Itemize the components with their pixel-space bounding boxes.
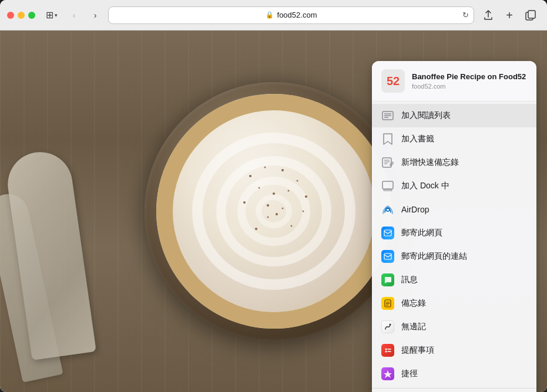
- svg-point-11: [258, 187, 260, 189]
- quick-note-icon: [381, 156, 394, 169]
- close-button[interactable]: [7, 12, 14, 19]
- svg-point-41: [385, 349, 387, 350]
- svg-point-42: [385, 351, 387, 353]
- sidebar-chevron-icon: ▾: [55, 12, 58, 18]
- menu-item-reading-list[interactable]: 加入閱讀列表: [372, 104, 536, 127]
- maximize-button[interactable]: [28, 12, 35, 19]
- svg-rect-34: [384, 230, 391, 236]
- svg-point-21: [290, 225, 292, 227]
- url-text: food52.com: [277, 11, 317, 19]
- site-favicon: 52: [381, 69, 405, 93]
- reload-button[interactable]: ↻: [462, 11, 469, 19]
- reminders-icon: [381, 344, 394, 357]
- add-dock-icon: [381, 180, 394, 192]
- svg-point-3: [221, 161, 327, 262]
- svg-point-14: [267, 204, 269, 207]
- address-bar[interactable]: 🔒 food52.com ↻: [108, 6, 474, 24]
- reading-list-icon: [381, 109, 394, 122]
- add-dock-label: 加入 Dock 中: [401, 181, 449, 191]
- bookmark-icon: [381, 133, 394, 146]
- site-info: Banoffee Pie Recipe on Food52 food52.com: [412, 72, 527, 90]
- bookmark-label: 加入書籤: [401, 134, 434, 144]
- menu-item-reminders[interactable]: 提醒事項: [372, 339, 536, 362]
- site-url: food52.com: [412, 83, 527, 90]
- menu-item-bookmark[interactable]: 加入書籤: [372, 127, 536, 151]
- svg-point-15: [281, 208, 283, 209]
- airdrop-icon: [381, 203, 394, 216]
- menu-items-list: 加入閱讀列表 加入書籤: [372, 102, 536, 392]
- new-tab-button[interactable]: +: [500, 6, 519, 25]
- browser-window: ⊞ ▾ ‹ › 🔒 food52.com ↻ +: [0, 0, 547, 392]
- notes-label: 備忘錄: [401, 298, 426, 309]
- mail-page-icon: [381, 227, 394, 239]
- duplicate-icon: [525, 10, 536, 21]
- quick-note-label: 新增快速備忘錄: [401, 157, 459, 168]
- menu-item-messages[interactable]: 訊息: [372, 268, 536, 292]
- freeform-icon: [381, 320, 394, 333]
- forward-button[interactable]: ›: [87, 7, 103, 23]
- duplicate-tab-button[interactable]: [521, 6, 540, 25]
- menu-item-notes[interactable]: 備忘錄: [372, 292, 536, 315]
- airdrop-label: AirDrop: [401, 205, 429, 214]
- pie-image: [145, 82, 403, 340]
- svg-point-12: [273, 192, 275, 195]
- svg-point-19: [302, 211, 304, 212]
- back-button[interactable]: ‹: [66, 7, 82, 23]
- notes-icon: [381, 297, 394, 310]
- reading-list-label: 加入閱讀列表: [401, 110, 451, 121]
- mail-link-icon: [381, 250, 394, 263]
- svg-rect-1: [528, 11, 535, 18]
- svg-rect-31: [384, 190, 392, 191]
- menu-item-add-dock[interactable]: 加入 Dock 中: [372, 174, 536, 198]
- svg-rect-26: [382, 158, 391, 167]
- mail-link-label: 郵寄此網頁的連結: [401, 251, 467, 262]
- svg-point-4: [241, 181, 306, 242]
- share-menu: 52 Banoffee Pie Recipe on Food52 food52.…: [372, 61, 536, 392]
- svg-point-7: [264, 167, 266, 168]
- sidebar-icon: ⊞: [46, 9, 53, 21]
- svg-point-10: [305, 195, 307, 198]
- svg-point-20: [255, 228, 257, 230]
- menu-item-freeform[interactable]: 無邊記: [372, 315, 536, 339]
- menu-item-quick-note[interactable]: 新增快速備忘錄: [372, 151, 536, 174]
- share-button[interactable]: [479, 6, 498, 25]
- share-icon: [483, 10, 494, 21]
- svg-marker-45: [384, 370, 392, 378]
- menu-item-airdrop[interactable]: AirDrop: [372, 198, 536, 221]
- messages-icon: [381, 273, 394, 286]
- menu-item-mail-page[interactable]: 郵寄此網頁: [372, 221, 536, 245]
- svg-rect-35: [384, 254, 391, 259]
- svg-point-6: [249, 175, 251, 177]
- plus-icon: +: [506, 9, 513, 21]
- traffic-lights: [7, 12, 35, 19]
- site-title: Banoffee Pie Recipe on Food52: [412, 72, 527, 82]
- svg-point-9: [296, 180, 298, 182]
- shortcuts-label: 捷徑: [401, 369, 418, 379]
- mail-page-label: 郵寄此網頁: [401, 228, 442, 238]
- page-content: 52 Banoffee Pie Recipe on Food52 food52.…: [0, 31, 547, 392]
- minimize-button[interactable]: [18, 12, 25, 19]
- svg-point-40: [390, 324, 391, 326]
- share-menu-header: 52 Banoffee Pie Recipe on Food52 food52.…: [372, 61, 536, 102]
- menu-divider: [372, 388, 536, 388]
- freeform-label: 無邊記: [401, 322, 426, 332]
- shortcuts-icon: [381, 367, 394, 380]
- svg-point-5: [259, 197, 289, 225]
- svg-point-16: [276, 213, 278, 215]
- svg-point-13: [287, 190, 289, 192]
- svg-point-8: [281, 169, 284, 171]
- reminders-label: 提醒事項: [401, 345, 434, 356]
- menu-item-shortcuts[interactable]: 捷徑: [372, 362, 536, 386]
- svg-rect-30: [382, 181, 393, 189]
- menu-item-mail-link[interactable]: 郵寄此網頁的連結: [372, 245, 536, 268]
- messages-label: 訊息: [401, 275, 418, 285]
- back-icon: ‹: [73, 11, 76, 20]
- sidebar-toggle-button[interactable]: ⊞ ▾: [42, 7, 61, 23]
- toolbar-actions: +: [479, 6, 540, 25]
- svg-point-17: [267, 217, 269, 218]
- forward-icon: ›: [94, 11, 97, 20]
- browser-toolbar: ⊞ ▾ ‹ › 🔒 food52.com ↻ +: [0, 0, 547, 31]
- svg-point-18: [243, 201, 246, 204]
- lock-icon: 🔒: [266, 11, 274, 19]
